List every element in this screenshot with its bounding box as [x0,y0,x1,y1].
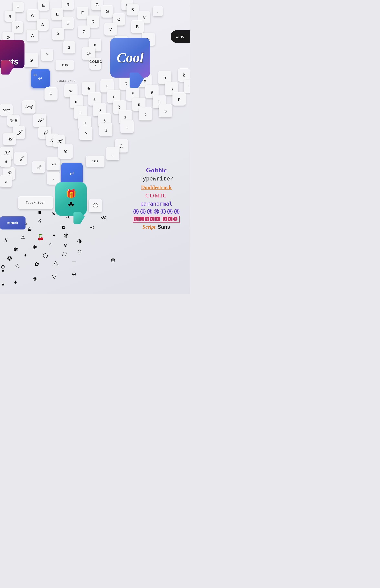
struck-text: struck [7,221,18,225]
key-comma2[interactable]: , [106,147,119,160]
app-icon-inner: 🎁 ☘ [66,189,76,209]
key-period[interactable]: . [47,172,60,185]
sym-flower2[interactable]: ❀ [32,244,37,251]
font-item-blackbox[interactable]: 🅱🅻🅰🅲🅺 🅱🅾🅧 [127,217,186,222]
sym-fork[interactable]: ⚔ [37,218,42,224]
key-typewriter[interactable]: Typewriter [18,196,53,209]
key-b2[interactable]: B [131,20,144,33]
key-v2[interactable]: V [104,23,117,36]
symbol-arrow[interactable]: ≪ [100,214,107,221]
font-item-comic[interactable]: COMIC [127,192,186,199]
key-caret[interactable]: ^ [41,49,53,61]
sym-x-del[interactable]: ⊗ [111,257,115,264]
key-p[interactable]: P [12,21,23,33]
key-script-g[interactable]: 𝔤 [0,155,11,167]
key-script-m[interactable]: 𝓂 [47,157,60,170]
sym-star5[interactable]: ★ [1,268,5,273]
sym-triangle-dn[interactable]: ▽ [52,273,57,280]
sym-star7[interactable]: ★ [1,282,5,287]
key-bl-b2[interactable]: 𝔫 [172,92,186,106]
sym-slash2[interactable]: // [4,237,7,244]
key-bl-v2[interactable]: 𝔳 [159,104,172,118]
comic-label: COMIC [89,60,102,64]
sym-circle-rings[interactable]: ◎ [90,225,94,230]
circ-text: CIRC [176,35,185,38]
font-item-doublestruck[interactable]: Doublestruck [127,184,186,191]
sym-cherry[interactable]: 🍒 [37,234,44,240]
key-script-u[interactable]: 𝒰 [3,133,16,145]
key-c2[interactable]: C [78,25,90,38]
key-q[interactable]: q [4,11,16,22]
key-delete[interactable]: ⊗ [24,53,38,67]
key-bl-n[interactable]: 𝔫 [184,80,190,93]
keyboard-app-scene: onts ≡ E R G ∩ q W E F G B . P A S D C V… [0,0,190,294]
sym-triangle-up[interactable]: △ [54,259,58,266]
sym-target[interactable]: ◎ [77,249,81,254]
key-serif2[interactable]: Serif [22,100,36,114]
key-bl-c2[interactable]: 𝔠 [139,107,152,120]
key-b[interactable]: B [127,4,139,16]
sym-ring[interactable]: ◯ [43,253,48,258]
app-icon[interactable]: 🎁 ☘ [55,182,87,216]
comic-panel-label: COMIC [146,192,167,199]
sym-flower[interactable]: ✿ [62,225,66,230]
key-w[interactable]: W [27,9,39,21]
sym-yin[interactable]: ☯ [27,227,32,232]
key-script-j2[interactable]: 𝒥 [14,152,27,165]
sym-dot-circle[interactable]: ⊙ [64,243,67,248]
key-bl-x3[interactable]: 𝔵 [120,120,134,133]
key-cmd[interactable]: ⌘ [89,199,102,212]
key-serif3[interactable]: Serif [7,115,19,127]
key-script-v[interactable]: 𝓋 [0,175,12,187]
sym-four-flowers[interactable]: ✾ [13,246,18,253]
key-dot-top[interactable]: . [153,6,163,16]
font-item-paranormal[interactable]: paranormal [127,201,186,207]
key-enter2[interactable]: ↵ [61,163,83,184]
key-r2[interactable]: E [51,8,63,20]
key-script-p[interactable]: 𝒫 [33,114,46,127]
key-caret2[interactable]: ^ [79,127,93,140]
sym-half-circle[interactable]: ◑ [77,238,82,244]
sym-circle-star[interactable]: ✪ [7,255,12,262]
sym-wavy2[interactable]: ∿ [51,211,56,216]
sym-star2[interactable]: ✦ [23,253,27,258]
sym-flowers[interactable]: ✾ [64,232,68,239]
sym-clover-sym[interactable]: ✿ [34,261,39,268]
sym-asterism[interactable]: ⁂ [21,235,25,240]
key-enter[interactable]: ↵ [31,69,50,88]
paranormal-label: paranormal [140,201,172,207]
sym-heart[interactable]: ♡ [49,242,53,247]
font-item-script-sans[interactable]: Script Sans [127,224,186,230]
sym-ring2[interactable]: ⊕ [72,271,76,277]
sym-star6[interactable]: ✦ [13,279,18,286]
sym-pentagon[interactable]: ⬠ [62,251,67,257]
key-a[interactable]: A [37,19,49,31]
key-x[interactable]: X [52,28,64,40]
sym-comma-quote[interactable]: ❝ [53,234,55,239]
sym-clover2[interactable]: ❀ [33,276,37,282]
key-bl-z2[interactable]: 𝔷 [99,123,113,136]
key-serif1[interactable]: Serif [0,104,13,116]
key-menu[interactable]: ≡ [44,87,57,100]
key-e-top[interactable]: E [38,0,49,11]
key-script-n[interactable]: 𝒩 [32,161,45,173]
font-item-bubbles[interactable]: Ⓑ Ⓤ Ⓑ Ⓑ Ⓛ Ⓔ Ⓢ [127,209,186,215]
font-panel: Golthic Typewriter Doublestruck COMIC pa… [123,163,190,233]
key-s[interactable]: S [62,17,74,29]
key-123[interactable]: ?123 [56,60,74,70]
font-item-typewriter[interactable]: Typewriter [127,176,186,182]
sym-star3[interactable]: ☆ [15,262,20,269]
key-comma[interactable]: , [89,58,101,70]
key-delete2[interactable]: ⊗ [58,144,73,159]
key-r-top[interactable]: R [62,0,74,10]
key-g2[interactable]: G [101,5,114,18]
key-num3[interactable]: 3 [63,41,75,54]
sym-wavy1[interactable]: ≋ [37,209,42,216]
key-a2[interactable]: A [27,30,38,41]
cool-badge: Cool [110,38,150,78]
key-123-2[interactable]: ?123 [86,156,104,167]
app-gift-icon: 🎁 [66,189,76,199]
app-cursor-icon [74,212,85,224]
sym-dash[interactable]: — [72,259,76,264]
font-item-gothic[interactable]: Golthic [127,166,186,174]
